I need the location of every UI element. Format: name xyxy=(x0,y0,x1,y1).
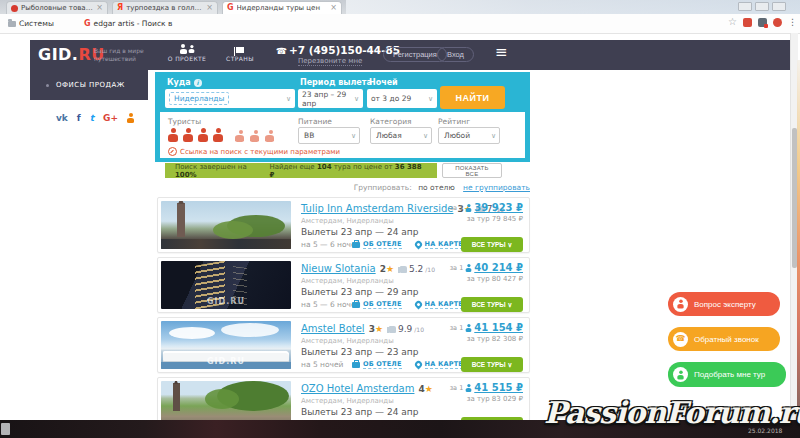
window-close-button[interactable] xyxy=(772,2,786,11)
star-icon: ★ xyxy=(425,384,433,394)
window-maximize-button[interactable] xyxy=(755,2,769,11)
nights-select[interactable]: от 3 до 29 ∨ xyxy=(367,89,437,108)
all-tours-button[interactable]: ВСЕ ТУРЫ ∨ xyxy=(461,297,523,312)
tourist-icon[interactable] xyxy=(213,128,224,142)
show-all-button[interactable]: ПОКАЗАТЬ ВСЕ xyxy=(442,163,502,178)
offices-label: ОФИСЫ ПРОДАЖ xyxy=(56,81,125,89)
extension-badge-icon[interactable] xyxy=(758,18,767,27)
map-pin-icon xyxy=(413,300,423,310)
chevron-down-icon: ∨ xyxy=(491,132,496,140)
tourist-icon[interactable] xyxy=(265,130,276,142)
twitter-icon[interactable]: t xyxy=(90,114,94,123)
google-plus-icon[interactable]: G+ xyxy=(103,114,118,123)
hotel-name-link[interactable]: Tulip Inn Amsterdam Riverside xyxy=(301,203,453,214)
person-icon xyxy=(466,324,472,332)
info-icon[interactable]: i xyxy=(194,79,202,87)
hotel-name-link[interactable]: Amstel Botel xyxy=(301,323,365,334)
no-grouping-link[interactable]: не группировать xyxy=(463,183,530,192)
browser-tab-2[interactable]: Я турпоездка в голланди × xyxy=(112,1,218,14)
destination-tag[interactable]: Нидерланды xyxy=(169,92,229,105)
hotel-departures: Вылеты 23 апр — 24 апр xyxy=(301,227,418,237)
briefcase-icon xyxy=(352,242,360,248)
nav-about-project[interactable]: О ПРОЕКТЕ xyxy=(162,43,212,62)
hotel-name-link[interactable]: Nieuw Slotania xyxy=(301,263,376,274)
hotel-photo[interactable]: GID.RU xyxy=(161,321,291,369)
photo-detail xyxy=(221,323,279,337)
price-per-person-link[interactable]: 41 515 ₽ xyxy=(474,382,523,393)
all-tours-button[interactable]: ВСЕ ТУРЫ ∨ xyxy=(461,237,523,252)
food-value: BB xyxy=(304,131,314,140)
callback-button[interactable]: ☎ Обратный звонок xyxy=(668,327,780,351)
on-map-link[interactable]: НА КАРТЕ xyxy=(415,240,463,249)
tourist-icon[interactable] xyxy=(235,130,246,142)
price-per-person-link[interactable]: 40 214 ₽ xyxy=(474,262,523,273)
hotel-photo[interactable] xyxy=(161,201,291,249)
hotel-location: Амстердам, Нидерланды xyxy=(301,217,394,225)
tourist-icon[interactable] xyxy=(183,128,194,142)
hotel-location: Амстердам, Нидерланды xyxy=(301,337,394,345)
photo-detail xyxy=(173,383,180,411)
about-hotel-link[interactable]: ОБ ОТЕЛЕ xyxy=(352,360,402,369)
odnoklassniki-icon[interactable] xyxy=(127,113,134,123)
close-icon[interactable]: × xyxy=(96,4,103,12)
menu-icon[interactable]: ≡ xyxy=(495,45,508,60)
bookmark-label: Системы xyxy=(19,19,54,28)
close-icon[interactable]: × xyxy=(206,4,213,12)
browser-tab-3-active[interactable]: G Нидерланды туры цен × xyxy=(222,1,342,14)
bookmark-star-icon[interactable]: ☆ xyxy=(728,17,737,27)
price-prefix: за 1 xyxy=(450,324,464,332)
bookmarks-folder[interactable]: Системы xyxy=(8,19,54,28)
bookmark-item[interactable]: G edgar artis - Поиск в xyxy=(84,19,172,28)
price-per-person-link[interactable]: 39 923 ₽ xyxy=(474,202,523,213)
browser-tab-strip: Рыболовные товары, с × Я турпоездка в го… xyxy=(0,0,800,14)
tourist-icon[interactable] xyxy=(168,128,179,142)
photo-watermark: GID.RU xyxy=(161,297,291,306)
tourist-icon[interactable] xyxy=(250,130,261,142)
sidebar-offices[interactable]: ОФИСЫ ПРОДАЖ xyxy=(30,70,148,100)
hotel-photo[interactable]: GID.RU xyxy=(161,261,291,309)
price-per-tour: за тур 80 427 ₽ xyxy=(450,275,523,283)
find-button[interactable]: НАЙТИ xyxy=(440,86,505,109)
window-minimize-button[interactable] xyxy=(738,2,752,11)
destination-input[interactable]: Нидерланды ∨ xyxy=(165,89,295,108)
vk-icon[interactable]: vk xyxy=(56,114,68,123)
hotel-card: GID.RU Amstel Botel 3★ 9.9/10 Амстердам,… xyxy=(157,317,530,373)
group-by-hotel[interactable]: по отелю xyxy=(418,183,455,192)
category-select[interactable]: Любая ∨ xyxy=(370,127,432,144)
hotel-rating: 9.9/10 xyxy=(389,324,424,334)
taskbar-icon[interactable] xyxy=(1,423,10,435)
screen: Рыболовные товары, с × Я турпоездка в го… xyxy=(0,0,800,438)
on-map-link[interactable]: НА КАРТЕ xyxy=(415,360,463,369)
star-icon: ★ xyxy=(375,324,383,334)
date-stamp: 25.02.2018 xyxy=(748,427,782,434)
category-value: Любая xyxy=(376,131,402,140)
extension-icon[interactable] xyxy=(773,18,782,27)
share-search-link[interactable]: Ссылка на поиск с текущими параметрами xyxy=(168,147,340,156)
about-hotel-link[interactable]: ОБ ОТЕЛЕ xyxy=(352,240,402,249)
chevron-down-icon: ∨ xyxy=(423,132,428,140)
login-button[interactable]: Вход xyxy=(437,47,474,62)
on-map-link[interactable]: НА КАРТЕ xyxy=(415,300,463,309)
browser-menu-icon[interactable]: ⋮ xyxy=(788,18,797,27)
browser-tab-1[interactable]: Рыболовные товары, с × xyxy=(6,1,108,14)
logo-main: GID. xyxy=(38,45,78,64)
all-tours-button[interactable]: ВСЕ ТУРЫ ∨ xyxy=(461,357,523,372)
price-per-person-link[interactable]: 41 154 ₽ xyxy=(474,322,523,333)
facebook-icon[interactable]: f xyxy=(77,114,81,123)
about-hotel-link[interactable]: ОБ ОТЕЛЕ xyxy=(352,300,402,309)
pick-tour-button[interactable]: Подобрать мне тур xyxy=(668,362,786,387)
tourists-selector[interactable] xyxy=(168,128,276,142)
close-icon[interactable]: × xyxy=(330,4,337,12)
rating-select[interactable]: Любой ∨ xyxy=(438,127,500,144)
hotel-location: Амстердам, Нидерланды xyxy=(301,397,394,405)
food-select[interactable]: BB ∨ xyxy=(298,127,360,144)
tourist-icon[interactable] xyxy=(198,128,209,142)
nav-countries[interactable]: СТРАНЫ xyxy=(215,43,265,62)
grouping-controls: Группировать: по отелю не группировать xyxy=(155,183,530,192)
hotel-name-link[interactable]: OZO Hotel Amsterdam xyxy=(301,383,414,394)
tour-person-icon xyxy=(673,367,688,382)
callback-link[interactable]: Перезвоните мне xyxy=(298,57,362,66)
ask-expert-button[interactable]: Вопрос эксперту xyxy=(668,292,780,316)
period-select[interactable]: 23 апр – 29 апр ∨ xyxy=(298,89,363,108)
extension-icon[interactable] xyxy=(743,18,752,27)
